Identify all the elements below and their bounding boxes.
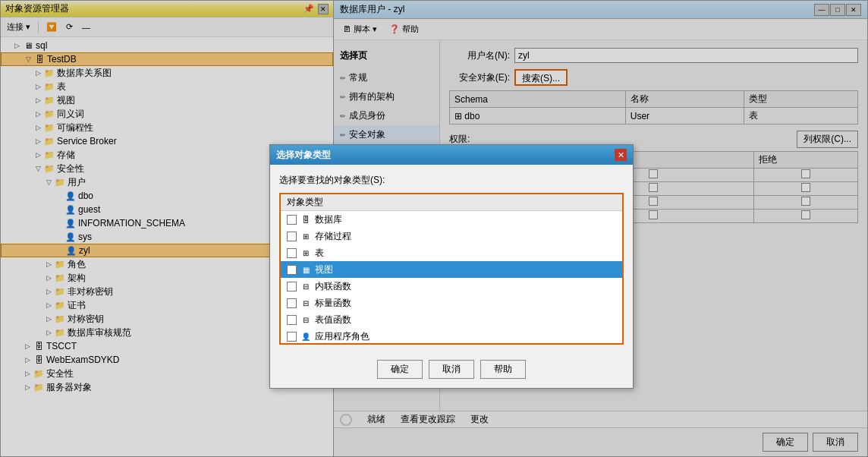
obj-type-list-header: 对象类型	[281, 194, 622, 211]
dialog-body: 选择要查找的对象类型(S): 对象类型 🗄 数据库 ⊞ 存储过程	[270, 165, 633, 354]
checkbox-database[interactable]	[287, 215, 297, 225]
object-type-list[interactable]: 对象类型 🗄 数据库 ⊞ 存储过程 ⊞ 表	[279, 193, 624, 345]
obj-type-item-database[interactable]: 🗄 数据库	[281, 211, 622, 228]
table-type-icon: ⊞	[300, 247, 312, 259]
scalarfunc-type-icon: ⊟	[300, 297, 312, 309]
dialog-help-button[interactable]: 帮助	[480, 360, 526, 379]
obj-type-item-storedproc[interactable]: ⊞ 存储过程	[281, 228, 622, 244]
checkbox-approle[interactable]	[287, 332, 297, 342]
obj-type-label-table: 表	[315, 247, 324, 260]
checkbox-inlinefunc[interactable]	[287, 282, 297, 292]
obj-type-item-table[interactable]: ⊞ 表	[281, 244, 622, 261]
obj-type-item-view[interactable]: ▦ 视图	[281, 261, 622, 278]
obj-type-item-tablefunc[interactable]: ⊟ 表值函数	[281, 311, 622, 328]
obj-type-label-view: 视图	[315, 263, 333, 276]
dialog-cancel-button[interactable]: 取消	[429, 360, 474, 379]
obj-type-item-scalarfunc[interactable]: ⊟ 标量函数	[281, 295, 622, 311]
obj-type-item-approle[interactable]: 👤 应用程序角色	[281, 328, 622, 345]
dialog-overlay: 选择对象类型 ✕ 选择要查找的对象类型(S): 对象类型 🗄 数据库 ⊞ 存储过…	[0, 0, 868, 457]
obj-type-label-tablefunc: 表值函数	[315, 314, 351, 326]
obj-type-label-inlinefunc: 内联函数	[315, 280, 351, 293]
dialog-title: 选择对象类型	[276, 149, 331, 162]
storedproc-type-icon: ⊞	[300, 230, 312, 242]
obj-type-item-inlinefunc[interactable]: ⊟ 内联函数	[281, 278, 622, 295]
checkbox-storedproc[interactable]	[287, 232, 297, 241]
dialog-footer: 确定 取消 帮助	[270, 354, 633, 388]
inlinefunc-type-icon: ⊟	[300, 280, 312, 292]
approle-type-icon: 👤	[300, 330, 312, 342]
tablefunc-type-icon: ⊟	[300, 314, 312, 326]
obj-type-label-storedproc: 存储过程	[315, 230, 351, 243]
checkbox-view[interactable]	[287, 265, 297, 275]
select-object-type-dialog: 选择对象类型 ✕ 选择要查找的对象类型(S): 对象类型 🗄 数据库 ⊞ 存储过…	[269, 144, 634, 389]
view-type-icon: ▦	[300, 263, 312, 276]
dialog-description: 选择要查找的对象类型(S):	[279, 174, 624, 187]
checkbox-tablefunc[interactable]	[287, 315, 297, 325]
checkbox-scalarfunc[interactable]	[287, 298, 297, 308]
dialog-ok-button[interactable]: 确定	[377, 360, 423, 379]
obj-type-label-database: 数据库	[315, 213, 342, 226]
obj-type-label-approle: 应用程序角色	[315, 330, 370, 343]
dialog-close-button[interactable]: ✕	[615, 149, 627, 161]
checkbox-table[interactable]	[287, 248, 297, 258]
dialog-titlebar: 选择对象类型 ✕	[270, 145, 633, 165]
db-type-icon: 🗄	[300, 213, 312, 225]
obj-type-label-scalarfunc: 标量函数	[315, 297, 351, 310]
